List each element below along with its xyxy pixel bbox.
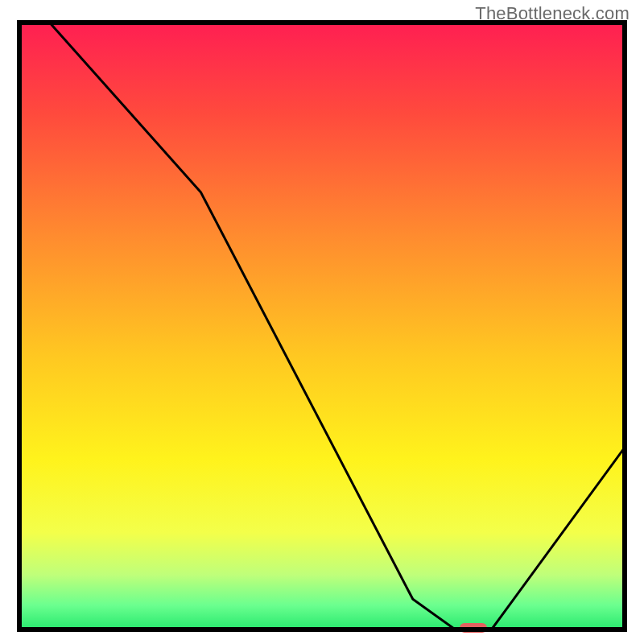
watermark-text: TheBottleneck.com	[475, 3, 630, 24]
plot-area	[19, 23, 625, 633]
gradient-background	[19, 23, 625, 630]
bottleneck-chart	[0, 0, 644, 644]
chart-container: TheBottleneck.com	[0, 0, 644, 644]
